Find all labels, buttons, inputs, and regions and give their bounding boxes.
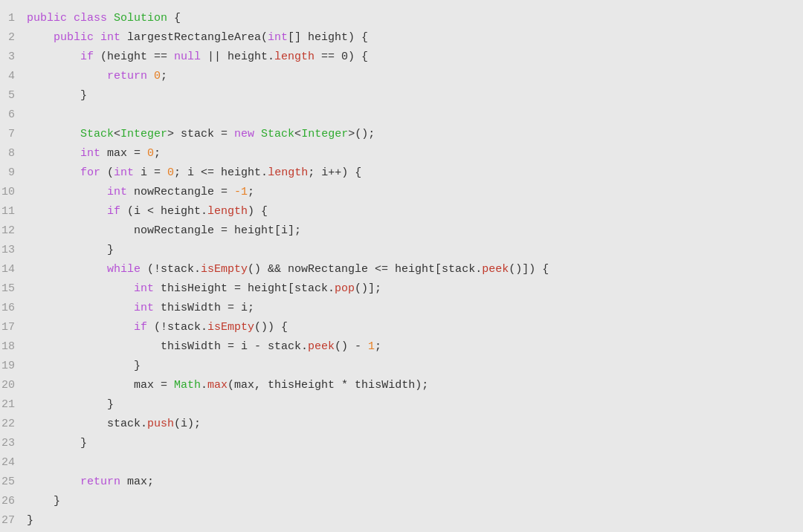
token-kw: null bbox=[174, 51, 207, 63]
line-content: int thisHeight = height[stack.pop()]; bbox=[27, 279, 803, 299]
token-dark: max = bbox=[100, 147, 147, 160]
line-number: 5 bbox=[0, 86, 27, 106]
token-dark: largestRectangleArea( bbox=[127, 31, 268, 44]
token-dark: . bbox=[201, 379, 207, 392]
token-num: 0 bbox=[167, 166, 174, 179]
token-dark: > stack = bbox=[167, 128, 234, 140]
token-dark: [] height) { bbox=[288, 31, 368, 44]
token-dark bbox=[27, 321, 134, 334]
line-number: 22 bbox=[0, 415, 27, 434]
token-red: isEmpty bbox=[207, 321, 254, 334]
token-red: peek bbox=[482, 263, 509, 276]
token-dark: thisHeight = height[stack. bbox=[154, 282, 335, 295]
token-kw: int bbox=[80, 147, 100, 160]
token-dark: { bbox=[167, 12, 181, 25]
token-dark: i = bbox=[134, 166, 167, 179]
token-dark: } bbox=[27, 495, 60, 507]
line-content: } bbox=[27, 241, 803, 260]
code-line: 7 Stack<Integer> stack = new Stack<Integ… bbox=[0, 125, 803, 144]
token-kw: while bbox=[107, 263, 147, 276]
token-kw: if bbox=[80, 51, 100, 63]
line-content: } bbox=[27, 434, 803, 453]
line-content bbox=[27, 106, 803, 125]
token-dark: (i); bbox=[174, 418, 201, 430]
code-line: 14 while (!stack.isEmpty() && nowRectang… bbox=[0, 260, 803, 279]
line-number: 4 bbox=[0, 67, 27, 86]
token-dark: < bbox=[114, 128, 120, 140]
token-dark bbox=[27, 128, 80, 140]
line-number: 21 bbox=[0, 395, 27, 415]
token-kw: if bbox=[134, 321, 154, 334]
token-dark: } bbox=[27, 360, 141, 372]
token-cls: Integer bbox=[120, 128, 167, 140]
token-red: length bbox=[268, 166, 308, 179]
line-content: if (i < height.length) { bbox=[27, 202, 803, 221]
token-dark bbox=[27, 51, 80, 63]
code-line: 21 } bbox=[0, 395, 803, 415]
token-dark: (max, thisHeight * thisWidth); bbox=[228, 379, 428, 392]
token-dark: stack. bbox=[27, 418, 147, 430]
token-kw: int bbox=[134, 282, 154, 295]
line-number: 10 bbox=[0, 183, 27, 202]
line-number: 17 bbox=[0, 318, 27, 337]
token-dark bbox=[27, 476, 80, 488]
code-line: 20 max = Math.max(max, thisHeight * this… bbox=[0, 376, 803, 395]
token-num: 0 bbox=[154, 70, 161, 82]
token-kw: public bbox=[27, 12, 74, 25]
code-line: 10 int nowRectangle = -1; bbox=[0, 183, 803, 202]
token-cls: Math bbox=[174, 379, 201, 392]
line-number: 20 bbox=[0, 376, 27, 395]
line-number: 23 bbox=[0, 434, 27, 453]
code-line: 1public class Solution { bbox=[0, 9, 803, 28]
token-dark bbox=[27, 186, 107, 198]
token-kw: for bbox=[80, 166, 107, 179]
token-red: isEmpty bbox=[201, 263, 248, 276]
token-dark: ( bbox=[107, 166, 114, 179]
token-kw: int bbox=[114, 166, 134, 179]
code-line: 13 } bbox=[0, 241, 803, 260]
code-line: 3 if (height == null || height.length ==… bbox=[0, 48, 803, 67]
line-number: 7 bbox=[0, 125, 27, 144]
token-red: length bbox=[274, 51, 315, 63]
line-content: } bbox=[27, 86, 803, 106]
token-dark: >(); bbox=[348, 128, 375, 140]
code-line: 22 stack.push(i); bbox=[0, 415, 803, 434]
line-content: int thisWidth = i; bbox=[27, 299, 803, 318]
token-dark bbox=[27, 31, 54, 44]
line-content: max = Math.max(max, thisHeight * thisWid… bbox=[27, 376, 803, 395]
line-number: 24 bbox=[0, 453, 27, 473]
token-kw: class bbox=[74, 12, 114, 25]
code-line: 23 } bbox=[0, 434, 803, 453]
token-dark: ) { bbox=[248, 205, 268, 218]
code-line: 12 nowRectangle = height[i]; bbox=[0, 221, 803, 241]
token-kw: public bbox=[54, 31, 100, 44]
token-kw: int bbox=[100, 31, 127, 44]
token-red: pop bbox=[335, 282, 355, 295]
code-editor: 1public class Solution {2 public int lar… bbox=[0, 6, 803, 532]
token-dark: ; bbox=[375, 340, 381, 353]
token-kw: int bbox=[134, 302, 154, 314]
token-dark: ; bbox=[161, 70, 167, 82]
line-number: 13 bbox=[0, 241, 27, 260]
token-dark: ; i++) { bbox=[308, 166, 361, 179]
line-number: 12 bbox=[0, 221, 27, 241]
line-content: return 0; bbox=[27, 67, 803, 86]
code-line: 17 if (!stack.isEmpty()) { bbox=[0, 318, 803, 337]
token-dark: ()]) { bbox=[509, 263, 549, 276]
line-content bbox=[27, 453, 803, 473]
token-cls: Solution bbox=[114, 12, 167, 25]
code-line: 4 return 0; bbox=[0, 67, 803, 86]
token-dark: ()]; bbox=[355, 282, 381, 295]
token-dark: } bbox=[27, 89, 87, 102]
line-content: } bbox=[27, 492, 803, 511]
code-line: 8 int max = 0; bbox=[0, 144, 803, 163]
token-dark bbox=[27, 70, 107, 82]
line-number: 9 bbox=[0, 163, 27, 183]
line-content: return max; bbox=[27, 473, 803, 492]
line-content: if (!stack.isEmpty()) { bbox=[27, 318, 803, 337]
token-dark: max = bbox=[27, 379, 174, 392]
line-content: thisWidth = i - stack.peek() - 1; bbox=[27, 337, 803, 357]
token-dark bbox=[27, 166, 80, 179]
token-kw: if bbox=[107, 205, 127, 218]
token-dark: } bbox=[27, 398, 114, 411]
